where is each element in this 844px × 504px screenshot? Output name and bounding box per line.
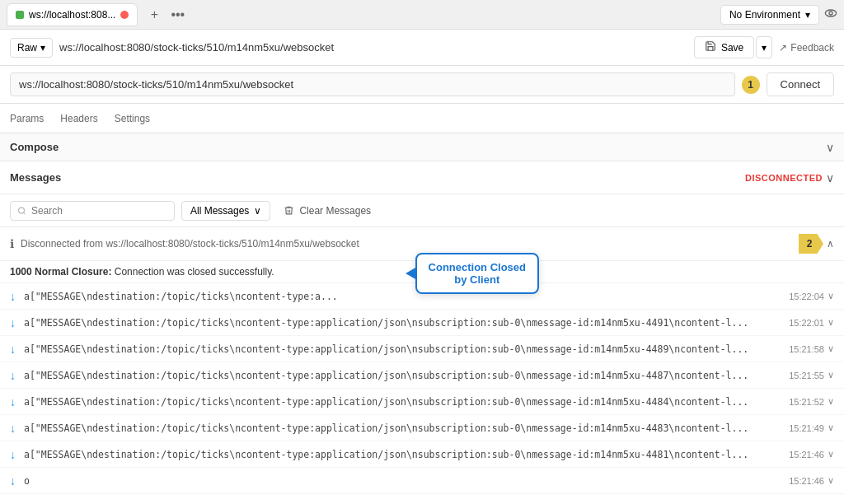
message-expand-button[interactable]: ∨ — [828, 370, 834, 380]
tab-settings[interactable]: Settings — [115, 106, 150, 131]
download-arrow-icon: ↓ — [10, 474, 16, 488]
save-button[interactable]: Save — [694, 36, 754, 58]
save-dropdown-button[interactable]: ▾ — [756, 36, 772, 58]
table-row: ↓ a["MESSAGE\ndestination:/topic/ticks\n… — [0, 441, 844, 468]
connect-button[interactable]: Connect — [767, 72, 834, 96]
download-arrow-icon: ↓ — [10, 369, 16, 382]
environment-dropdown[interactable]: No Environment ▾ — [720, 5, 819, 25]
message-expand-button[interactable]: ∨ — [828, 343, 834, 354]
url-bar: 1 Connect — [0, 66, 844, 104]
raw-label: Raw — [17, 42, 37, 54]
raw-chevron-icon: ▾ — [40, 42, 45, 54]
tooltip-arrow-icon — [406, 267, 417, 280]
messages-toggle-button[interactable]: ∨ — [826, 171, 834, 184]
environment-label: No Environment — [729, 9, 800, 21]
info-row-toggle[interactable]: ∧ — [827, 238, 834, 250]
message-text: o — [24, 475, 782, 487]
download-arrow-icon: ↓ — [10, 422, 16, 435]
closure-text: 1000 Normal Closure: Connection was clos… — [10, 266, 274, 278]
svg-line-3 — [24, 212, 26, 214]
messages-title: Messages — [10, 171, 745, 184]
message-text: a["MESSAGE\ndestination:/topic/ticks\nco… — [24, 396, 782, 408]
tab-close-button[interactable] — [120, 11, 129, 19]
clear-messages-button[interactable]: Clear Messages — [277, 202, 377, 220]
tooltip-bubble: Connection Closed by Client — [415, 253, 539, 294]
nav-tabs: Params Headers Settings — [0, 104, 844, 133]
download-arrow-icon: ↓ — [10, 448, 16, 461]
disconnected-badge: DISCONNECTED — [745, 173, 823, 183]
closure-detail-text: Connection was closed successfully. — [111, 266, 274, 278]
message-text: a["MESSAGE\ndestination:/topic/ticks\nco… — [24, 291, 782, 302]
message-expand-button[interactable]: ∨ — [828, 317, 834, 328]
title-bar: ws://localhost:808... + ••• No Environme… — [0, 0, 844, 30]
message-text: a["MESSAGE\ndestination:/topic/ticks\nco… — [24, 317, 782, 329]
url-display: ws://localhost:8080/stock-ticks/510/m14n… — [59, 41, 687, 54]
add-tab-button[interactable]: + — [144, 5, 164, 25]
download-arrow-icon: ↓ — [10, 343, 16, 356]
step-badge-1: 1 — [742, 76, 760, 94]
search-input[interactable] — [31, 205, 167, 217]
compose-toggle-button[interactable]: ∨ — [826, 141, 834, 154]
message-time: 15:22:01 — [789, 318, 824, 328]
message-time: 15:21:58 — [789, 344, 824, 354]
tab-headers[interactable]: Headers — [60, 106, 97, 131]
download-arrow-icon: ↓ — [10, 316, 16, 329]
message-expand-button[interactable]: ∨ — [828, 475, 834, 486]
message-time: 15:21:55 — [789, 371, 824, 380]
environment-selector: No Environment ▾ — [720, 5, 837, 25]
message-time: 15:21:46 — [789, 476, 824, 486]
table-row: ↓ a["MESSAGE\ndestination:/topic/ticks\n… — [0, 362, 844, 389]
raw-dropdown[interactable]: Raw ▾ — [10, 38, 53, 58]
filter-label: All Messages — [190, 205, 249, 217]
svg-point-1 — [829, 12, 832, 15]
feedback-label: Feedback — [790, 42, 834, 54]
svg-point-0 — [825, 10, 836, 16]
download-arrow-icon: ↓ — [10, 395, 16, 408]
message-expand-button[interactable]: ∨ — [828, 422, 834, 433]
closure-row: 1000 Normal Closure: Connection was clos… — [0, 261, 844, 283]
message-text: a["MESSAGE\ndestination:/topic/ticks\nco… — [24, 343, 782, 355]
message-text: a["MESSAGE\ndestination:/topic/ticks\nco… — [24, 449, 782, 460]
compose-section: Compose ∨ — [0, 133, 844, 161]
tab-favicon — [16, 11, 24, 19]
search-icon — [17, 206, 26, 216]
table-row: ↓ a["MESSAGE\ndestination:/topic/ticks\n… — [0, 336, 844, 362]
disconnected-text: Disconnected from ws://localhost:8080/st… — [21, 238, 799, 250]
download-arrow-icon: ↓ — [10, 290, 16, 303]
eye-button[interactable] — [824, 7, 837, 23]
compose-title: Compose — [10, 141, 59, 153]
filter-dropdown[interactable]: All Messages ∨ — [181, 201, 270, 221]
filter-chevron-icon: ∨ — [254, 205, 261, 217]
table-row: ↓ o 15:21:46 ∨ — [0, 468, 844, 494]
message-time: 15:21:46 — [789, 450, 824, 460]
message-expand-button[interactable]: ∨ — [828, 396, 834, 407]
step-badge-2: 2 — [799, 234, 823, 254]
message-time: 15:21:52 — [789, 397, 824, 407]
main-content: Raw ▾ ws://localhost:8080/stock-ticks/51… — [0, 30, 844, 504]
info-icon: ℹ — [10, 237, 14, 250]
save-icon — [705, 40, 716, 54]
table-row: ↓ a["MESSAGE\ndestination:/topic/ticks\n… — [0, 389, 844, 415]
table-row: ↓ a["MESSAGE\ndestination:/topic/ticks\n… — [0, 310, 844, 336]
trash-icon — [284, 205, 294, 216]
active-tab[interactable]: ws://localhost:808... — [7, 3, 138, 26]
env-chevron-icon: ▾ — [805, 9, 810, 21]
tab-params[interactable]: Params — [10, 106, 44, 131]
svg-point-2 — [18, 207, 24, 212]
toolbar: Raw ▾ ws://localhost:8080/stock-ticks/51… — [0, 30, 844, 66]
feedback-button[interactable]: ↗ Feedback — [779, 42, 834, 54]
message-expand-button[interactable]: ∨ — [828, 291, 834, 301]
save-label: Save — [721, 42, 743, 54]
messages-header: Messages DISCONNECTED ∨ — [0, 161, 844, 194]
messages-toolbar: All Messages ∨ Clear Messages — [0, 194, 844, 227]
tab-label: ws://localhost:808... — [29, 9, 115, 21]
message-text: a["MESSAGE\ndestination:/topic/ticks\nco… — [24, 370, 782, 381]
url-input[interactable] — [10, 72, 735, 96]
message-expand-button[interactable]: ∨ — [828, 449, 834, 460]
feedback-arrow-icon: ↗ — [779, 42, 787, 54]
tooltip-line1: Connection Closed — [429, 261, 526, 273]
messages-list: ℹ Disconnected from ws://localhost:8080/… — [0, 227, 844, 504]
clear-messages-label: Clear Messages — [299, 205, 371, 217]
more-tabs-button[interactable]: ••• — [171, 7, 185, 22]
message-text: a["MESSAGE\ndestination:/topic/ticks\nco… — [24, 422, 782, 434]
